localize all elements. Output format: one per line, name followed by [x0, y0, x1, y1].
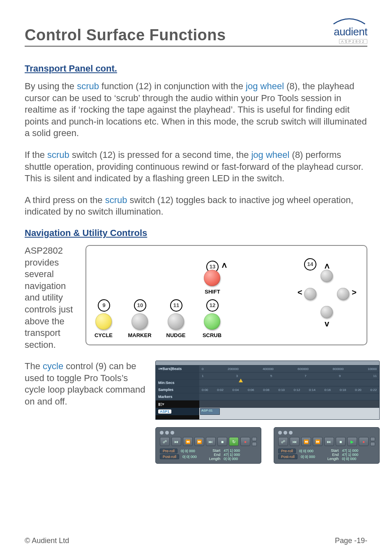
page-title: Control Surface Functions — [25, 26, 226, 44]
length-value: 0| 0| 000 — [342, 457, 358, 461]
arrow-up-icon: ʌ — [325, 261, 330, 271]
copyright: © Audient Ltd — [25, 536, 69, 545]
end-value: 47| 1| 000 — [342, 453, 358, 457]
arrow-down-icon: v — [325, 319, 329, 328]
pre-roll-value: 0| 0| 000 — [181, 449, 195, 453]
navigation-diagram: 9 10 11 12 CYCLE MARKER NUDGE SCRUB 13 ʌ… — [85, 245, 367, 345]
ruler-markers-label: Markers — [156, 393, 199, 400]
protools-ruler-screenshot: ≡▾ Bars|Beats 02000004000006000008000001… — [155, 361, 380, 464]
text: A third press on the — [25, 195, 105, 205]
label-marker: MARKER — [127, 332, 152, 338]
section-heading-navigation: Navigation & Utility Controls — [25, 228, 367, 238]
play-icon: ▶ — [347, 437, 357, 446]
highlight-cycle: cycle — [43, 361, 63, 371]
start-label: Start — [209, 449, 221, 453]
clip-name: ASP-01 — [200, 408, 220, 415]
online-icon: ☍ — [278, 437, 288, 446]
dpad-down-icon — [321, 306, 333, 318]
fast-forward-icon: ⏩ — [313, 437, 323, 446]
brand-logo: audient ASP2802 — [331, 16, 367, 44]
rewind-icon: ⏪ — [301, 437, 311, 446]
track-name: ASP1 — [158, 409, 171, 414]
return-to-zero-icon: ⏮ — [171, 437, 181, 446]
window-traffic-lights-icon — [160, 431, 257, 435]
record-icon: ● — [359, 437, 369, 446]
label-scrub: SCRUB — [201, 332, 223, 338]
paragraph-scrub-1: By using the scrub function (12) in conj… — [25, 81, 367, 139]
ref-10: 10 — [134, 299, 146, 312]
end-label: End — [327, 453, 339, 457]
start-label: Start — [327, 449, 339, 453]
paragraph-scrub-2: If the scrub switch (12) is pressed for … — [25, 149, 367, 185]
text: If the — [25, 150, 47, 160]
stop-icon: ■ — [217, 437, 227, 446]
paragraph-cycle: The cycle control (9) can be used to tog… — [25, 361, 148, 407]
highlight-jog-wheel: jog wheel — [246, 81, 284, 91]
label-shift: SHIFT — [204, 289, 221, 295]
end-label: End — [209, 453, 221, 457]
ruler-minsecs-label: Min:Secs — [156, 379, 199, 386]
mode-toggles-icon — [252, 437, 257, 446]
ref-14: 14 — [304, 258, 316, 271]
track-header-row: ▮▯▾ — [156, 400, 379, 408]
track-row: ASP1 ASP-01 — [156, 408, 379, 415]
end-value: 47| 1| 000 — [224, 453, 240, 457]
ref-9: 9 — [98, 299, 110, 312]
shift-button-icon — [204, 270, 220, 286]
text: The — [25, 361, 43, 371]
label-nudge: NUDGE — [165, 332, 187, 338]
text: By using the — [25, 81, 77, 91]
length-value: 0| 0| 000 — [224, 457, 240, 461]
section-heading-transport: Transport Panel cont. — [25, 63, 367, 74]
paragraph-nav-intro: ASP2802 provides several navigation and … — [25, 245, 78, 351]
protools-transport-left: ☍ ⏮ ⏪ ⏩ ⏭ ■ ↻ ● Pre-roll0| 0| 000 Post-r — [155, 427, 261, 464]
brand-arc-icon — [331, 16, 367, 25]
highlight-scrub: scrub — [105, 195, 127, 205]
rewind-icon: ⏪ — [183, 437, 193, 446]
paragraph-scrub-3: A third press on the scrub switch (12) t… — [25, 194, 367, 218]
page-number: Page -19- — [335, 536, 367, 545]
return-to-zero-icon: ⏮ — [290, 437, 300, 446]
fast-forward-icon: ⏩ — [194, 437, 204, 446]
text: switch (12) is pressed for a second time… — [69, 150, 251, 160]
ref-11: 11 — [170, 299, 182, 312]
pre-roll-value: 0| 0| 000 — [299, 449, 314, 453]
brand-model: ASP2802 — [339, 39, 367, 44]
playhead-marker-icon — [239, 379, 243, 382]
ref-12: 12 — [206, 299, 219, 312]
page-header: Control Surface Functions audient ASP280… — [25, 16, 367, 47]
start-value: 47| 1| 000 — [224, 449, 240, 453]
online-icon: ☍ — [160, 437, 170, 446]
scrub-button-icon — [204, 313, 220, 330]
protools-transport-right: ☍ ⏮ ⏪ ⏩ ⏭ ■ ▶ ● Pre-roll0| 0| 000 Post-r — [274, 427, 380, 464]
length-label: Length — [209, 457, 221, 461]
dpad-left-icon — [304, 288, 316, 300]
highlight-jog-wheel: jog wheel — [251, 150, 289, 160]
window-traffic-lights-icon — [278, 431, 375, 435]
ruler-bar-ticks: 020000040000060000080000010000 — [199, 367, 379, 371]
post-roll-label: Post-roll — [160, 454, 179, 459]
arrow-right-icon: > — [352, 288, 357, 297]
ruler-bar-numbers: 1357911 — [199, 374, 379, 378]
record-icon: ● — [240, 437, 250, 446]
ruler-samples-label: Samples — [156, 386, 199, 393]
cycle-button-icon — [95, 313, 112, 330]
dpad-up-icon — [321, 270, 333, 282]
post-roll-value: 0| 0| 000 — [182, 455, 197, 459]
go-to-end-icon: ⏭ — [324, 437, 334, 446]
pre-roll-label: Pre-roll — [278, 449, 296, 453]
page-footer: © Audient Ltd Page -19- — [25, 536, 367, 545]
mode-toggles-icon — [370, 437, 375, 446]
marker-button-icon — [131, 313, 148, 330]
ruler-time-ticks: 0:000:020:040:060:080:100:120:140:160:18… — [199, 388, 379, 392]
start-value: 47| 1| 000 — [342, 449, 358, 453]
ruler-bars-label: Bars|Beats — [162, 367, 182, 371]
dpad-right-icon — [337, 288, 349, 300]
arrow-left-icon: < — [297, 288, 302, 297]
highlight-scrub: scrub — [77, 81, 99, 91]
label-cycle: CYCLE — [94, 332, 113, 338]
pre-roll-label: Pre-roll — [160, 449, 178, 453]
nudge-button-icon — [168, 313, 184, 330]
text: function (12) in conjunction with the — [99, 81, 246, 91]
arrow-up-icon: ʌ — [222, 260, 227, 270]
